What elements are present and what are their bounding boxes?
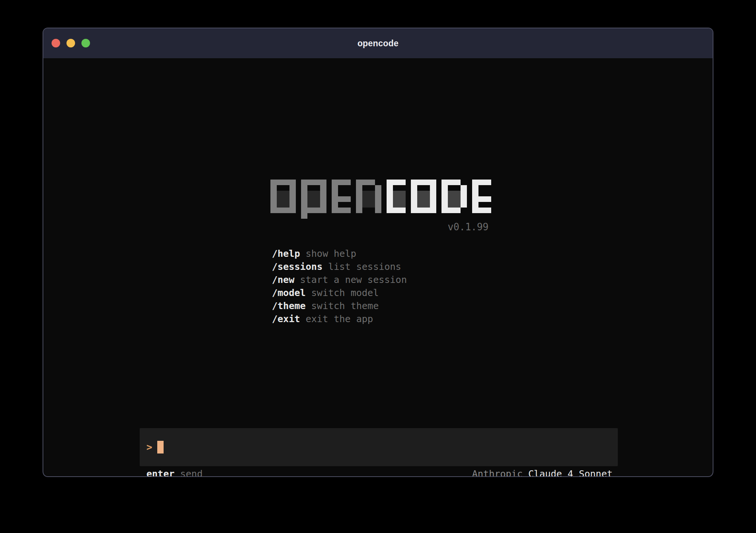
command-description: exit the app [306,314,373,324]
logo-letter-d [441,180,467,213]
model-provider-label: Anthropic [472,468,523,477]
command-row-model[interactable]: /modelswitch model [272,286,407,299]
command-row-sessions[interactable]: /sessionslist sessions [272,260,407,273]
status-bar: entersend AnthropicClaude 4 Sonnet [140,468,618,477]
command-list: /helpshow help/sessionslist sessions/new… [272,247,407,325]
prompt-symbol: > [146,442,152,453]
command-description: show help [306,248,356,259]
logo-letter-n [356,180,381,213]
command-description: start a new session [300,274,407,285]
model-indicator[interactable]: AnthropicClaude 4 Sonnet [472,468,613,477]
send-hint: entersend [146,468,202,477]
opencode-window: opencode v0.1.99 /helpshow help/sessions… [43,28,713,477]
window-titlebar[interactable]: opencode [43,28,713,58]
command-row-theme[interactable]: /themeswitch theme [272,299,407,312]
send-action-label: send [180,468,202,477]
logo-letter-p [301,180,326,219]
logo-letter-c [387,180,406,213]
command-name: /new [272,274,294,285]
command-name: /theme [272,300,306,311]
command-description: list sessions [328,261,401,272]
logo-letter-e [332,180,351,213]
logo-letter-e [472,180,491,213]
zoom-window-button[interactable] [81,39,90,47]
command-description: switch model [311,287,379,298]
command-row-new[interactable]: /newstart a new session [272,273,407,286]
command-description: switch theme [311,300,379,311]
command-name: /help [272,248,300,259]
prompt-input[interactable]: > [140,428,618,466]
desktop: { "window": { "title": "opencode", "traf… [0,0,756,533]
command-name: /model [272,287,306,298]
logo-letter-o [270,180,296,213]
version-label: v0.1.99 [447,221,489,233]
model-name-label: Claude 4 Sonnet [528,468,613,477]
command-row-exit[interactable]: /exitexit the app [272,312,407,325]
close-window-button[interactable] [52,39,60,47]
text-cursor [157,441,164,453]
terminal-content: v0.1.99 /helpshow help/sessionslist sess… [43,58,713,477]
command-name: /exit [272,314,300,324]
command-name: /sessions [272,261,322,272]
window-title: opencode [357,38,399,49]
command-row-help[interactable]: /helpshow help [272,247,407,260]
enter-key-label: enter [146,468,174,477]
minimize-window-button[interactable] [66,39,75,47]
traffic-lights [52,39,90,47]
logo-letter-o [411,180,436,213]
opencode-logo [270,180,491,219]
